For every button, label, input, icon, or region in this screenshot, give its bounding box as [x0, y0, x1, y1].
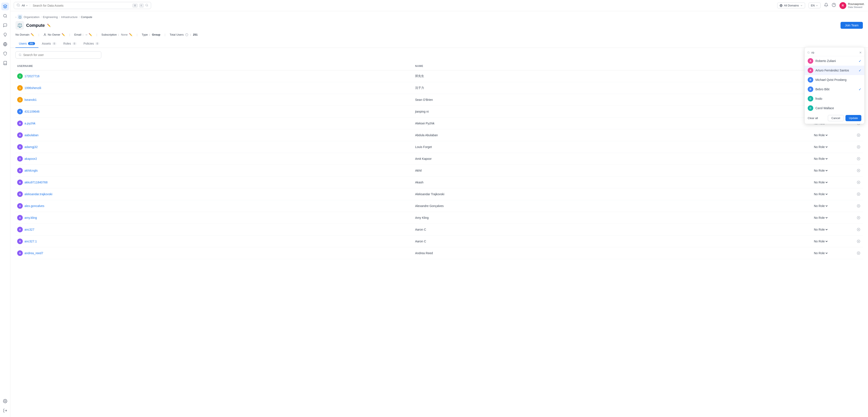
user-menu[interactable]: R Rounaкpreet. Data Steward — [839, 2, 865, 9]
remove-button[interactable] — [854, 239, 863, 244]
role-cell[interactable]: No Role — [811, 215, 854, 221]
username-link[interactable]: akku9711840768 — [25, 181, 48, 184]
clear-all-link[interactable]: Clear all — [808, 117, 818, 120]
remove-button[interactable] — [854, 192, 863, 197]
email-value: -- — [86, 33, 87, 36]
role-cell[interactable]: No Role — [811, 238, 854, 244]
role-select[interactable]: No Role — [813, 169, 828, 172]
row-avatar: A — [17, 132, 23, 138]
notifications-icon[interactable] — [824, 3, 828, 8]
role-cell[interactable]: No Role — [811, 203, 854, 209]
dropdown-item[interactable]: B Michael Qvist Prosberg — [805, 75, 864, 85]
domain-edit-icon[interactable]: ✏️ — [31, 33, 34, 36]
owner-edit-icon[interactable]: ✏️ — [62, 33, 65, 36]
tab-assets[interactable]: Assets 0 — [38, 40, 60, 48]
role-select[interactable]: No Role — [813, 239, 828, 243]
role-cell[interactable]: No Role — [811, 168, 854, 173]
dropdown-clear-icon[interactable]: ✕ — [859, 51, 862, 54]
global-search-box[interactable]: All ⌘ K — [14, 2, 151, 9]
username-link[interactable]: alex.goncalves — [25, 204, 44, 207]
help-icon[interactable] — [832, 3, 836, 8]
sidebar-icon-logout[interactable] — [1, 407, 9, 414]
remove-button[interactable] — [854, 180, 863, 185]
role-cell[interactable]: No Role — [811, 156, 854, 162]
remove-button[interactable] — [854, 145, 863, 150]
dropdown-item[interactable]: A Roberto Zuliani ✓ — [805, 56, 864, 66]
remove-button[interactable] — [854, 156, 863, 161]
language-selector[interactable]: EN — [809, 3, 820, 8]
sidebar-icon-shield[interactable] — [1, 50, 9, 58]
username-link[interactable]: akapoor2 — [25, 157, 37, 160]
join-team-button[interactable]: Join Team — [840, 22, 863, 29]
username-link[interactable]: a.pyzhik — [25, 122, 35, 125]
username-link[interactable]: amy.kling — [25, 216, 37, 219]
table-row: A anc327 Aaron C No Role — [16, 224, 863, 235]
remove-button[interactable] — [854, 251, 863, 256]
breadcrumb-org[interactable]: Organization — [24, 15, 39, 19]
role-cell[interactable]: No Role — [811, 180, 854, 185]
sidebar-icon-settings[interactable] — [1, 397, 9, 405]
user-search-input[interactable] — [23, 53, 98, 57]
sidebar-icon-search[interactable] — [1, 12, 9, 20]
dropdown-item[interactable]: C Carol Wallace — [805, 103, 864, 113]
role-select[interactable]: No Role — [813, 228, 828, 231]
role-select[interactable]: No Role — [813, 204, 828, 208]
breadcrumb-infra[interactable]: Infrastructure — [61, 15, 78, 19]
breadcrumb-eng[interactable]: Engineering — [43, 15, 58, 19]
sidebar-icon-chat[interactable] — [1, 22, 9, 29]
username-link[interactable]: andrea_reed7 — [25, 251, 43, 255]
username-link[interactable]: anc327 — [25, 228, 34, 231]
username-link[interactable]: 1996shenzili — [25, 86, 41, 90]
username-link[interactable]: lseanob1 — [25, 98, 37, 101]
email-edit-icon[interactable]: ✏️ — [89, 33, 92, 36]
username-link[interactable]: 431109646 — [25, 110, 39, 113]
role-cell[interactable]: No Role — [811, 191, 854, 197]
all-filter[interactable]: All — [22, 4, 30, 7]
dropdown-item[interactable]: C frodo — [805, 94, 864, 103]
global-search-input[interactable] — [33, 4, 131, 7]
role-select[interactable]: No Role — [813, 157, 828, 161]
subscription-edit-icon[interactable]: ✏️ — [129, 33, 132, 36]
username-cell: A amy.kling — [16, 214, 413, 221]
username-link[interactable]: akhilcngls — [25, 169, 37, 172]
dropdown-item[interactable]: B Bebro Bibt ✓ — [805, 85, 864, 94]
role-select[interactable]: No Role — [813, 133, 828, 137]
remove-button[interactable] — [854, 203, 863, 208]
update-button[interactable]: Update — [845, 115, 861, 121]
role-select[interactable]: No Role — [813, 251, 828, 255]
sidebar-icon-globe[interactable] — [1, 40, 9, 48]
sidebar-icon-layers[interactable] — [1, 3, 9, 10]
remove-button[interactable] — [854, 168, 863, 173]
username-link[interactable]: adamgj32 — [25, 145, 38, 149]
username-link[interactable]: 172027716 — [25, 74, 39, 78]
dropdown-items: A Roberto Zuliani ✓ A Arturo Fernández S… — [805, 56, 864, 113]
remove-button[interactable] — [854, 227, 863, 232]
dropdown-search-input[interactable] — [811, 51, 858, 54]
tab-policies[interactable]: Policies 0 — [80, 40, 103, 48]
remove-button[interactable] — [854, 215, 863, 220]
user-search-box[interactable] — [16, 51, 101, 59]
domain-selector[interactable]: All Domains — [777, 3, 805, 8]
user-dropdown: ✕ A Roberto Zuliani ✓ A Arturo Fernández… — [804, 47, 865, 124]
username-link[interactable]: aabulaban — [25, 133, 38, 137]
username-link[interactable]: anc327.1 — [25, 239, 37, 243]
tab-roles[interactable]: Roles 0 — [60, 40, 80, 48]
title-edit-icon[interactable]: ✏️ — [47, 24, 51, 27]
dropdown-item[interactable]: A Arturo Fernández Santos ✓ — [805, 66, 864, 75]
role-select[interactable]: No Role — [813, 181, 828, 184]
role-select[interactable]: No Role — [813, 216, 828, 220]
cancel-button[interactable]: Cancel — [828, 115, 844, 121]
role-select[interactable]: No Role — [813, 192, 828, 196]
sidebar-icon-book[interactable] — [1, 59, 9, 67]
role-select[interactable]: No Role — [813, 145, 828, 149]
role-cell[interactable]: No Role — [811, 227, 854, 232]
breadcrumb-expand[interactable]: › — [16, 15, 16, 19]
remove-button[interactable] — [854, 133, 863, 138]
sidebar-icon-bulb[interactable] — [1, 31, 9, 39]
breadcrumb-compute[interactable]: Compute — [81, 15, 92, 19]
role-cell[interactable]: No Role — [811, 250, 854, 256]
tab-users[interactable]: Users 251 — [16, 40, 38, 48]
role-cell[interactable]: No Role — [811, 144, 854, 150]
role-cell[interactable]: No Role — [811, 132, 854, 138]
username-link[interactable]: aleksandar.trajkovski — [25, 192, 52, 196]
